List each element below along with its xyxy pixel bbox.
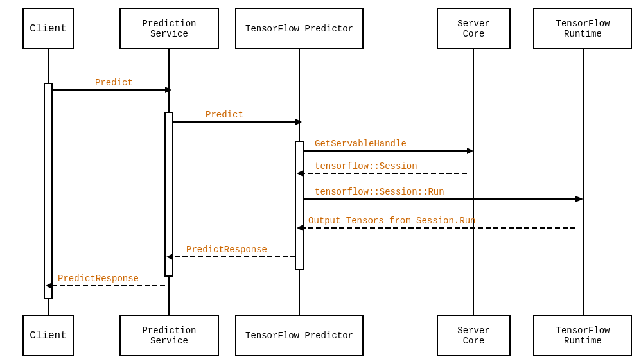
svg-text:Output Tensors from Session.Ru: Output Tensors from Session.Run — [308, 216, 475, 226]
svg-text:GetServableHandle: GetServableHandle — [315, 139, 407, 149]
svg-text:PredictResponse: PredictResponse — [58, 273, 139, 284]
prediction-service-box-bottom: Prediction Service — [119, 315, 219, 356]
svg-text:tensorflow::Session::Run: tensorflow::Session::Run — [315, 187, 444, 197]
svg-text:Predict: Predict — [206, 110, 243, 120]
svg-rect-6 — [165, 112, 173, 276]
prediction-service-box-top: Prediction Service — [119, 8, 219, 49]
svg-rect-7 — [295, 141, 303, 270]
server-core-box-bottom: Server Core — [437, 315, 511, 356]
tensorflow-predictor-box-top: TensorFlow Predictor — [235, 8, 364, 49]
svg-text:tensorflow::Session: tensorflow::Session — [315, 161, 417, 171]
svg-rect-5 — [44, 83, 52, 299]
tensorflow-predictor-box-bottom: TensorFlow Predictor — [235, 315, 364, 356]
client-box-bottom: Client — [22, 315, 74, 356]
server-core-box-top: Server Core — [437, 8, 511, 49]
svg-text:Predict: Predict — [95, 78, 133, 88]
svg-marker-15 — [467, 148, 473, 154]
client-box-top: Client — [22, 8, 74, 49]
svg-text:PredictResponse: PredictResponse — [186, 245, 267, 255]
arrows-svg: Predict Predict GetServableHandle tensor… — [0, 0, 632, 364]
svg-marker-21 — [575, 196, 583, 202]
tensorflow-runtime-box-bottom: TensorFlow Runtime — [533, 315, 632, 356]
tensorflow-runtime-box-top: TensorFlow Runtime — [533, 8, 632, 49]
sequence-diagram: Predict Predict GetServableHandle tensor… — [0, 0, 632, 364]
